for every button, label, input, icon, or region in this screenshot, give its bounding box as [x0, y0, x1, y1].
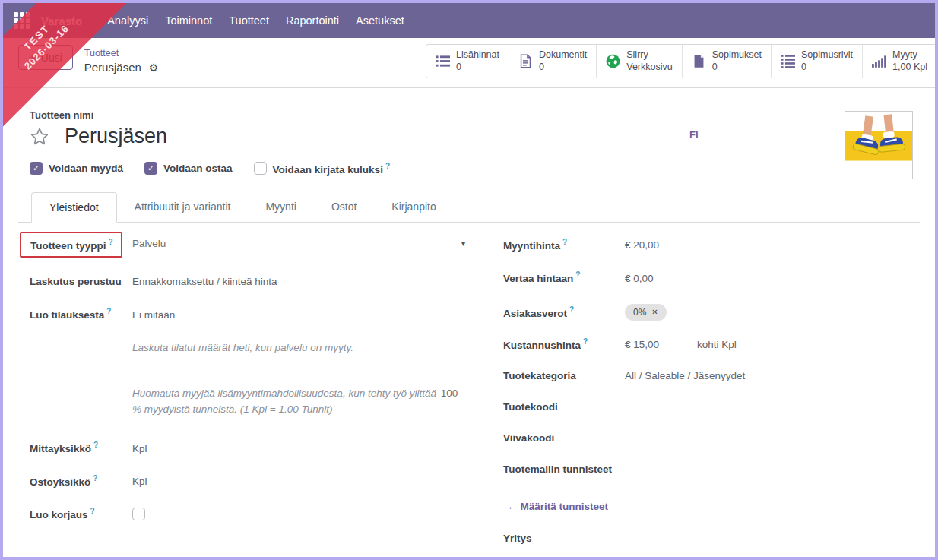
checkbox-label: Voidaan ostaa: [163, 163, 233, 174]
page-title[interactable]: Perusjäsen: [65, 125, 167, 148]
create-on-order-value[interactable]: Ei mitään: [132, 309, 175, 321]
field-label-mittayksikko: Mittayksikkö?: [30, 441, 132, 454]
nav-item-analyysi[interactable]: Analyysi: [99, 10, 157, 31]
smart-button-sopimukset[interactable]: Sopimukset0: [682, 45, 771, 78]
field-label-laskutus-perustuu: Laskutus perustuu: [30, 276, 132, 287]
checkbox-unchecked-icon: [254, 162, 267, 175]
tab-myynti[interactable]: Myynti: [248, 192, 313, 222]
checkbox-checked-icon: ✓: [30, 162, 43, 175]
invoice-policy-value[interactable]: Ennakkomaksettu / kiinteä hinta: [132, 276, 277, 287]
notebook-tabs: Yleistiedot Attribuutit ja variantit Myy…: [18, 192, 920, 223]
smart-button-sopimusrivit[interactable]: Sopimusrivit0: [771, 45, 862, 78]
checkbox-voidaan-ostaa[interactable]: ✓ Voidaan ostaa: [144, 162, 233, 175]
checkbox-voidaan-myyda[interactable]: ✓ Voidaan myydä: [30, 162, 123, 175]
uom-value[interactable]: Kpl: [132, 443, 147, 454]
checkbox-voidaan-kirjata-kuluksi[interactable]: Voidaan kirjata kuluksi?: [254, 162, 390, 176]
purchase-uom-value[interactable]: Kpl: [132, 476, 147, 487]
configure-tags-link[interactable]: →Määritä tunnisteet: [503, 501, 608, 512]
arrow-right-icon: →: [503, 501, 514, 512]
favorite-star-icon[interactable]: [30, 127, 49, 147]
sales-price-value[interactable]: € 20,00: [625, 239, 659, 251]
product-type-dropdown[interactable]: Palvelu ▾: [132, 238, 465, 255]
help-question-icon: ?: [583, 337, 588, 346]
chevron-down-icon: ▾: [461, 239, 465, 248]
new-button[interactable]: + Uusi: [18, 45, 73, 70]
tab-kirjanpito[interactable]: Kirjanpito: [374, 192, 453, 222]
help-question-icon: ?: [106, 307, 111, 315]
globe-icon: [606, 54, 620, 68]
checkbox-label: Voidaan myydä: [49, 163, 123, 174]
smart-button-value: 0: [712, 61, 762, 73]
upsell-threshold-input[interactable]: 100: [439, 388, 462, 399]
smart-button-label: Sopimusrivit: [801, 49, 853, 61]
form-column-right: Myyntihinta? € 20,00 Vertaa hintaan? € 0…: [478, 238, 920, 560]
apps-grid-icon[interactable]: [14, 12, 30, 29]
translation-badge[interactable]: FI: [689, 129, 699, 141]
tab-yleistiedot[interactable]: Yleistiedot: [31, 192, 117, 223]
nav-item-asetukset[interactable]: Asetukset: [347, 10, 413, 31]
list-icon: [436, 54, 450, 68]
form-body: Tuotteen tyyppi? Palvelu ▾ Laskutus peru…: [18, 223, 920, 560]
nav-item-raportointi[interactable]: Raportointi: [277, 10, 347, 31]
field-label-luo-tilauksesta: Luo tilauksesta?: [30, 307, 132, 321]
smart-button-siirry-verkkosivu[interactable]: SiirryVerkkosivu: [596, 45, 681, 78]
smart-button-lisahinnat[interactable]: Lisähinnat0: [426, 45, 509, 78]
smart-button-label: Sopimukset: [712, 49, 762, 61]
form-sheet: Tuotteen nimi Perusjäsen ✓ Voidaan myydä…: [3, 88, 935, 560]
breadcrumb-parent[interactable]: Tuotteet: [84, 48, 119, 59]
smart-button-label: Siirry: [626, 49, 672, 61]
nav-item-tuotteet[interactable]: Tuotteet: [220, 10, 277, 31]
field-label-vertaa-hintaan: Vertaa hintaan?: [503, 271, 625, 284]
smart-button-myyty[interactable]: Myyty1,00 Kpl: [862, 45, 936, 78]
cost-price-value[interactable]: € 15,00: [625, 339, 659, 350]
repair-checkbox[interactable]: [132, 508, 145, 520]
red-highlight-box: Tuotteen tyyppi?: [20, 232, 122, 258]
field-label-viivakoodi: Viivakoodi: [503, 432, 625, 444]
help-question-icon: ?: [385, 162, 390, 170]
smart-button-dokumentit[interactable]: Dokumentit0: [509, 45, 596, 78]
gear-icon[interactable]: ⚙: [149, 62, 159, 74]
smart-button-label: Myyty: [892, 49, 927, 61]
smart-button-value: 0: [456, 61, 499, 73]
field-label-asiakasverot: Asiakasverot?: [503, 305, 625, 319]
smart-button-value: 0: [801, 61, 853, 73]
control-panel: + Uusi Tuotteet Perusjäsen ⚙ Lisähinnat0…: [3, 38, 935, 88]
field-label-tuotekoodi: Tuotekoodi: [503, 401, 625, 413]
product-image[interactable]: [845, 111, 913, 179]
checkbox-checked-icon: ✓: [144, 162, 157, 175]
cost-per-unit: kohti Kpl: [697, 339, 737, 350]
category-value[interactable]: All / Saleable / Jäsenyydet: [625, 370, 745, 381]
field-label-tuotekategoria: Tuotekategoria: [503, 370, 625, 381]
plus-icon: +: [29, 51, 36, 64]
help-question-icon: ?: [109, 238, 113, 246]
breadcrumb: Tuotteet Perusjäsen ⚙: [84, 45, 159, 87]
sneakers-photo: [845, 112, 912, 179]
tab-attribuutit-ja-variantit[interactable]: Attribuutit ja variantit: [117, 192, 249, 222]
nav-item-toiminnot[interactable]: Toiminnot: [157, 10, 220, 31]
bar-chart-icon: [872, 54, 886, 68]
field-label-myyntihinta: Myyntihinta?: [503, 238, 625, 252]
compare-price-value[interactable]: € 0,00: [625, 273, 654, 284]
smart-button-label: Lisähinnat: [456, 49, 499, 61]
invoicing-note: Laskuta tilatut määrät heti, kun palvelu…: [132, 340, 468, 356]
smart-button-group: Lisähinnat0 Dokumentit0 SiirryVerkkosivu…: [426, 44, 938, 78]
new-button-label: Uusi: [41, 52, 62, 64]
checkbox-label: Voidaan kirjata kuluksi?: [273, 162, 390, 176]
product-type-value: Palvelu: [132, 238, 166, 249]
field-label-luo-korjaus: Luo korjaus?: [30, 507, 132, 520]
top-navbar: Varasto Analyysi Toiminnot Tuotteet Rapo…: [3, 3, 935, 38]
smart-button-value: Verkkosivu: [626, 61, 672, 73]
breadcrumb-current: Perusjäsen: [84, 61, 141, 74]
product-name-label: Tuotteen nimi: [30, 109, 920, 121]
field-label-tuotemallin-tunnisteet: Tuotemallin tunnisteet: [503, 464, 625, 475]
tag-remove-icon[interactable]: ✕: [651, 308, 658, 316]
help-question-icon: ?: [569, 305, 574, 314]
field-label-tuotteen-tyyppi: Tuotteen tyyppi?: [30, 238, 132, 258]
smart-button-label: Dokumentit: [539, 49, 587, 61]
tab-ostot[interactable]: Ostot: [314, 192, 374, 222]
tax-tag[interactable]: 0% ✕: [625, 304, 667, 321]
app-name[interactable]: Varasto: [41, 14, 82, 27]
field-label-ostoyksikko: Ostoyksikkö?: [30, 474, 132, 488]
help-question-icon: ?: [93, 441, 98, 449]
list-icon: [781, 54, 795, 68]
